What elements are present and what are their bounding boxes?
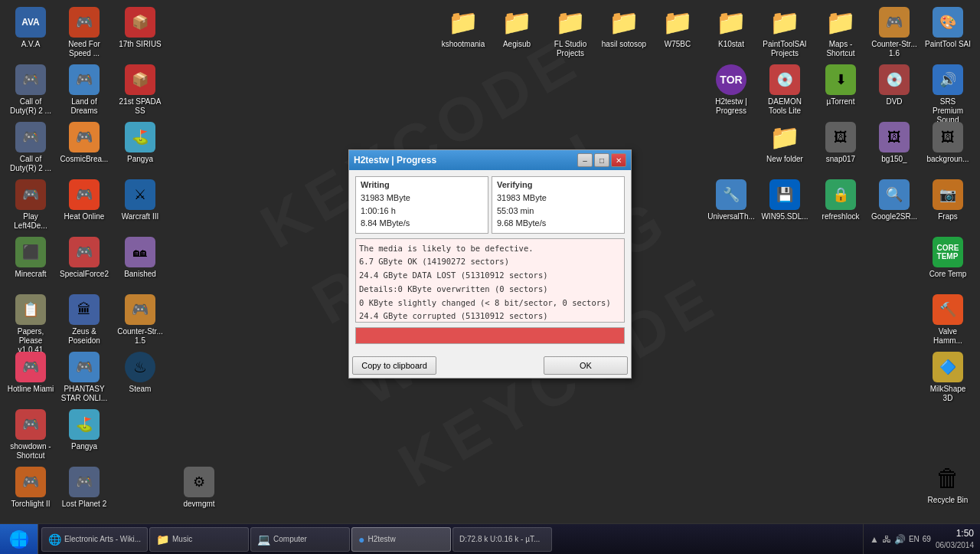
taskbar-item-music[interactable]: 📁 Music bbox=[149, 527, 249, 552]
icon-cosmicbreak[interactable]: 🎮 CosmicBrea... bbox=[57, 119, 111, 167]
icon-counter-str-15[interactable]: 🎮 Counter-Str... 1.5 bbox=[113, 291, 167, 349]
verifying-speed: 9.68 MByte/s bbox=[497, 217, 619, 230]
icon-specialforce2[interactable]: 🎮 SpecialForce2 bbox=[57, 234, 111, 282]
icon-tor-browser[interactable]: TOR H2testw | Progress bbox=[704, 61, 758, 119]
verifying-label: Verifying bbox=[497, 180, 619, 189]
icon-dvd[interactable]: 💿 DVD bbox=[867, 61, 921, 110]
minimize-button[interactable]: – bbox=[577, 153, 593, 167]
icon-background[interactable]: 🖼 backgroun... bbox=[921, 119, 975, 167]
icon-kshootmania[interactable]: 📁 kshootmania bbox=[436, 4, 490, 52]
icon-srs[interactable]: 🔊 SRS Premium Sound bbox=[921, 61, 975, 128]
copy-to-clipboard-button[interactable]: Copy to clipboard bbox=[352, 356, 436, 375]
icon-w75bc[interactable]: 📁 W75BC bbox=[651, 4, 704, 52]
icon-warcraft-iii[interactable]: ⚔ Warcraft III bbox=[113, 176, 167, 225]
icon-hotline-miami[interactable]: 🎮 Hotline Miami bbox=[4, 349, 57, 397]
icon-heat-online[interactable]: 🎮 Heat Online bbox=[57, 176, 111, 225]
icon-need-for-speed[interactable]: 🎮 Need For Speed ... bbox=[57, 4, 111, 61]
svg-rect-3 bbox=[20, 540, 26, 546]
icon-painttoolsai-projects[interactable]: 📁 PaintToolSAI Projects bbox=[758, 4, 812, 61]
icon-showdown-shortcut[interactable]: 🎮 showdown - Shortcut bbox=[4, 406, 57, 464]
taskbar-item-network-label: D:72.8 k U:0.16 k - µT... bbox=[459, 535, 540, 543]
icon-play-left4dead[interactable]: 🎮 Play Left4De... bbox=[4, 176, 57, 234]
icon-zeus-poseidon[interactable]: 🏛 Zeus & Poseidon bbox=[57, 291, 111, 349]
icon-papers-please[interactable]: 📋 Papers, Please v1.0.41 bbox=[4, 291, 57, 358]
icon-phantasy-star[interactable]: 🎮 PHANTASY STAR ONLI... bbox=[57, 349, 111, 406]
svg-rect-0 bbox=[12, 533, 18, 539]
icon-universalth[interactable]: 🔧 UniversalTh... bbox=[704, 176, 758, 225]
writing-time: 1:00:16 h bbox=[361, 205, 483, 218]
progress-bar-container bbox=[355, 327, 625, 344]
icon-bg150[interactable]: 🖼 bg150_ bbox=[867, 119, 921, 167]
icon-steam[interactable]: ♨ Steam bbox=[113, 349, 167, 397]
ok-button[interactable]: OK bbox=[544, 356, 628, 375]
taskbar: 🌐 Electronic Arts - Wiki... 📁 Music 💻 Co… bbox=[0, 523, 980, 554]
tray-en-label: EN bbox=[909, 535, 920, 543]
icon-refreshlock[interactable]: 🔒 refreshlock bbox=[814, 176, 867, 225]
tray-battery-icon: 69 bbox=[923, 535, 931, 543]
icon-call-of-duty[interactable]: 🎮 Call of Duty(R) 2 ... bbox=[4, 61, 57, 119]
taskbar-item-ea-wiki[interactable]: 🌐 Electronic Arts - Wiki... bbox=[41, 527, 148, 552]
icon-recycle-bin[interactable]: 🗑 Recycle Bin bbox=[921, 460, 975, 508]
taskbar-item-ea-wiki-label: Electronic Arts - Wiki... bbox=[64, 535, 141, 543]
icon-hasil-sotosop[interactable]: 📁 hasil sotosop bbox=[597, 4, 651, 52]
volume-tray-icon[interactable]: 🔊 bbox=[894, 534, 906, 545]
icon-new-folder[interactable]: 📁 New folder bbox=[758, 119, 812, 167]
icon-banished[interactable]: 🏘 Banished bbox=[113, 234, 167, 282]
taskbar-item-h2testw[interactable]: ● H2testw bbox=[351, 527, 451, 552]
icon-pangya2[interactable]: ⛳ Pangya bbox=[57, 406, 111, 454]
taskbar-item-network[interactable]: D:72.8 k U:0.16 k - µT... bbox=[452, 527, 552, 552]
windows-logo-icon bbox=[10, 530, 28, 549]
icon-milkshape-3d[interactable]: 🔷 MilkShape 3D bbox=[921, 349, 975, 406]
clock-time: 1:50 bbox=[936, 528, 974, 540]
titlebar-buttons: – □ ✕ bbox=[577, 153, 626, 167]
tray-expand-icon[interactable]: ▲ bbox=[870, 534, 879, 545]
icon-daemon-tools[interactable]: 💿 DAEMON Tools Lite bbox=[758, 61, 812, 119]
icon-call-of-duty-2[interactable]: 🎮 Call of Duty(R) 2 ... bbox=[4, 119, 57, 176]
icon-devmgmt[interactable]: ⚙ devmgmt bbox=[172, 464, 226, 512]
icon-21st-spada[interactable]: 📦 21st SPADA SS bbox=[113, 61, 167, 119]
icon-lost-planet-2[interactable]: 🎮 Lost Planet 2 bbox=[57, 464, 111, 512]
icon-maps-shortcut[interactable]: 📁 Maps - Shortcut bbox=[814, 4, 867, 61]
taskbar-item-computer[interactable]: 💻 Computer bbox=[250, 527, 350, 552]
log-area[interactable]: The media is likely to be defective.6.7 … bbox=[355, 238, 625, 323]
verifying-mbyte: 31983 MByte bbox=[497, 192, 619, 205]
taskbar-item-computer-label: Computer bbox=[273, 535, 307, 543]
icon-valve-hammer[interactable]: 🔨 Valve Hamm... bbox=[921, 291, 975, 349]
h2testw-icon: ● bbox=[358, 533, 364, 546]
icon-land-of-dreams[interactable]: 🎮 Land of Dreams bbox=[57, 61, 111, 119]
start-button[interactable] bbox=[0, 524, 38, 555]
writing-speed: 8.84 MByte/s bbox=[361, 217, 483, 230]
icon-snap017[interactable]: 🖼 snap017 bbox=[814, 119, 867, 167]
icon-utorrent[interactable]: ⬇ µTorrent bbox=[814, 61, 867, 110]
icon-minecraft[interactable]: ⬛ Minecraft bbox=[4, 234, 57, 282]
icon-counter-str-16[interactable]: 🎮 Counter-Str... 1.6 bbox=[867, 4, 921, 61]
system-tray: ▲ 🖧 🔊 EN 69 1:50 06/03/2014 bbox=[863, 524, 980, 554]
icon-17th-sirius[interactable]: 📦 17th SIRIUS bbox=[113, 4, 167, 52]
dialog-titlebar: H2testw | Progress – □ ✕ bbox=[349, 150, 631, 170]
icon-ava[interactable]: AVA A.V.A bbox=[4, 4, 57, 52]
icon-aegisub[interactable]: 📁 Aegisub bbox=[490, 4, 544, 52]
network-tray-icon[interactable]: 🖧 bbox=[882, 534, 891, 545]
close-button[interactable]: ✕ bbox=[611, 153, 626, 167]
dialog-body: Writing 31983 MByte 1:00:16 h 8.84 MByte… bbox=[349, 170, 631, 356]
icon-core-temp[interactable]: CORETEMP Core Temp bbox=[921, 234, 975, 282]
dialog-window: H2testw | Progress – □ ✕ Writing 31983 M… bbox=[348, 149, 632, 379]
icon-fraps[interactable]: 📷 Fraps bbox=[921, 176, 975, 225]
svg-rect-2 bbox=[12, 540, 18, 546]
icon-k10stat[interactable]: 📁 K10stat bbox=[704, 4, 758, 52]
tray-icons: ▲ 🖧 🔊 EN 69 bbox=[870, 534, 931, 545]
icon-fl-studio-projects[interactable]: 📁 FL Studio Projects bbox=[544, 4, 597, 61]
writing-mbyte: 31983 MByte bbox=[361, 192, 483, 205]
clock[interactable]: 1:50 06/03/2014 bbox=[936, 528, 974, 550]
icon-pangya[interactable]: ⛳ Pangya bbox=[113, 119, 167, 167]
icon-painttool-sai[interactable]: 🎨 PaintTool SAI bbox=[921, 4, 975, 52]
icon-win95-sdl[interactable]: 💾 WIN95.SDL... bbox=[758, 176, 812, 225]
maximize-button[interactable]: □ bbox=[594, 153, 609, 167]
browser-icon: 🌐 bbox=[48, 533, 61, 546]
verifying-box: Verifying 31983 MByte 55:03 min 9.68 MBy… bbox=[492, 176, 625, 234]
progress-section: Writing 31983 MByte 1:00:16 h 8.84 MByte… bbox=[355, 176, 625, 234]
icon-google2sr[interactable]: 🔍 Google2SR... bbox=[867, 176, 921, 225]
dialog-buttons: Copy to clipboard OK bbox=[349, 356, 631, 378]
icon-torchlight-ii[interactable]: 🎮 Torchlight II bbox=[4, 464, 57, 512]
clock-date: 06/03/2014 bbox=[936, 540, 974, 550]
